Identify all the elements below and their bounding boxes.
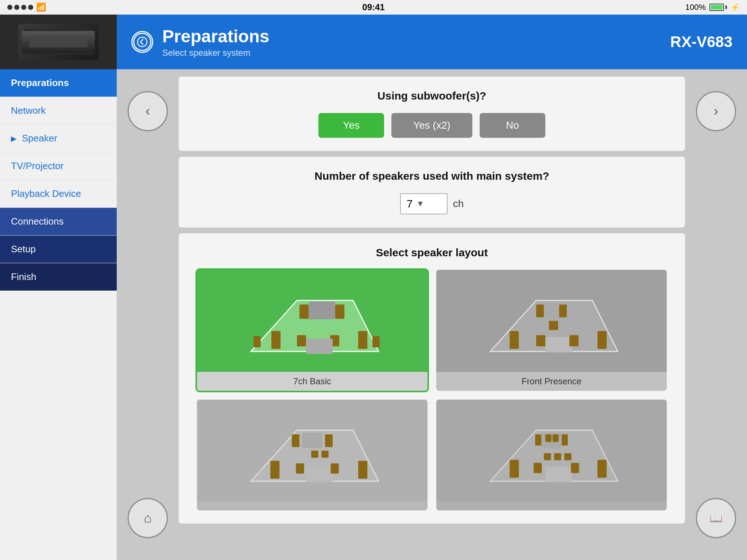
svg-rect-32 (302, 433, 322, 448)
svg-rect-55 (564, 453, 572, 460)
header-subtitle: Select speaker system (162, 48, 269, 58)
layout-third-img (197, 400, 427, 502)
svg-rect-27 (597, 331, 607, 349)
svg-point-5 (77, 38, 83, 44)
sidebar-item-playback-device[interactable]: Playback Device (0, 180, 117, 208)
back-button[interactable] (131, 31, 153, 53)
svg-rect-50 (545, 467, 572, 482)
layout-7ch-basic[interactable]: 7ch Basic (197, 270, 427, 391)
svg-rect-7 (28, 47, 31, 51)
room-third-svg (197, 400, 427, 502)
svg-point-4 (75, 35, 86, 46)
svg-rect-48 (510, 460, 519, 478)
header-title: Preparations (162, 26, 269, 46)
svg-rect-41 (321, 451, 329, 458)
layout-third[interactable] (197, 400, 427, 510)
svg-rect-24 (559, 304, 567, 317)
svg-rect-44 (535, 434, 541, 446)
battery-tip (725, 5, 727, 9)
header: Preparations Select speaker system RX-V6… (117, 15, 747, 69)
subwoofer-btn-row: Yes Yes (x2) No (197, 113, 667, 138)
sidebar-item-speaker[interactable]: ▶ Speaker (0, 125, 117, 152)
sidebar-item-tv-projector[interactable]: TV/Projector (0, 152, 117, 180)
svg-rect-3 (29, 36, 51, 40)
svg-rect-11 (299, 304, 309, 319)
svg-rect-13 (309, 302, 335, 319)
svg-rect-6 (67, 38, 75, 44)
yes-x2-button[interactable]: Yes (x2) (391, 113, 472, 138)
subwoofer-section: Using subwoofer(s)? Yes Yes (x2) No (179, 77, 685, 151)
help-icon: 📖 (710, 512, 723, 524)
svg-rect-14 (271, 331, 280, 349)
battery-bar (709, 4, 724, 11)
svg-rect-33 (292, 434, 299, 447)
help-button[interactable]: 📖 (696, 498, 736, 538)
back-arrow-icon (137, 36, 148, 47)
svg-rect-20 (372, 336, 380, 347)
right-nav: › 📖 (692, 77, 740, 553)
svg-rect-18 (306, 339, 333, 354)
layout-7ch-basic-img (197, 270, 427, 372)
svg-rect-38 (296, 463, 304, 474)
yes-button[interactable]: Yes (318, 113, 384, 138)
charging-icon: ⚡ (731, 3, 740, 12)
layout-fourth-label (547, 502, 556, 510)
svg-rect-35 (270, 461, 279, 479)
room-fourth-svg (436, 400, 667, 502)
sidebar-item-finish[interactable]: Finish (0, 263, 117, 291)
speaker-count-row: 7 ▼ ch (197, 193, 667, 214)
header-left: Preparations Select speaker system (131, 26, 269, 58)
content-main: Using subwoofer(s)? Yes Yes (x2) No Numb… (179, 77, 685, 553)
svg-rect-26 (510, 331, 519, 349)
sidebar-item-setup[interactable]: Setup (0, 236, 117, 263)
device-name: RX-V683 (670, 33, 732, 51)
status-right: 100% ⚡ (685, 3, 740, 12)
sidebar-item-connections[interactable]: Connections (0, 208, 117, 236)
svg-rect-54 (554, 453, 561, 460)
svg-rect-25 (549, 321, 558, 330)
layout-fourth[interactable] (436, 400, 667, 510)
svg-rect-28 (545, 337, 572, 353)
svg-rect-29 (536, 335, 545, 346)
sidebar-logo (0, 15, 117, 69)
speaker-count-select[interactable]: 7 ▼ (400, 193, 448, 214)
prev-button[interactable]: ‹ (128, 91, 168, 131)
room-7ch-svg (197, 270, 427, 372)
sidebar: Preparations Network ▶ Speaker TV/Projec… (0, 15, 117, 560)
left-nav: ‹ ⌂ (124, 77, 171, 553)
content-area: ‹ ⌂ Using subwoofer(s)? Yes Yes (x2) No (117, 69, 747, 560)
subwoofer-title: Using subwoofer(s)? (197, 90, 667, 102)
svg-rect-51 (534, 463, 542, 473)
layout-front-presence-img (436, 270, 667, 372)
speaker-count-section: Number of speakers used with main system… (179, 157, 685, 228)
no-button[interactable]: No (480, 113, 545, 138)
sidebar-item-network[interactable]: Network (0, 97, 117, 125)
app-container: Preparations Network ▶ Speaker TV/Projec… (0, 15, 747, 560)
svg-rect-40 (311, 451, 318, 458)
svg-rect-52 (571, 463, 579, 473)
svg-rect-34 (325, 434, 333, 447)
status-bar: 📶 09:41 100% ⚡ (0, 0, 747, 15)
main-area: Preparations Select speaker system RX-V6… (117, 15, 747, 560)
preparations-label: Preparations (11, 77, 69, 89)
svg-rect-47 (553, 434, 559, 442)
svg-rect-16 (297, 335, 306, 346)
setup-label: Setup (11, 244, 36, 255)
svg-rect-12 (335, 304, 344, 319)
next-button[interactable]: › (696, 91, 736, 131)
sidebar-item-preparations[interactable]: Preparations (0, 69, 117, 97)
svg-rect-19 (253, 336, 261, 347)
svg-rect-0 (24, 29, 93, 55)
tv-projector-label: TV/Projector (11, 160, 64, 172)
wifi-icon: 📶 (36, 3, 46, 12)
signal-dots (7, 5, 33, 10)
svg-rect-39 (330, 463, 338, 474)
svg-rect-46 (545, 434, 551, 442)
layout-front-presence[interactable]: Front Presence (436, 270, 667, 391)
speaker-arrow: ▶ (11, 134, 16, 143)
prev-icon: ‹ (146, 104, 150, 119)
svg-rect-1 (26, 31, 91, 53)
svg-rect-36 (358, 461, 367, 479)
svg-point-8 (138, 37, 147, 47)
home-button[interactable]: ⌂ (128, 498, 168, 538)
